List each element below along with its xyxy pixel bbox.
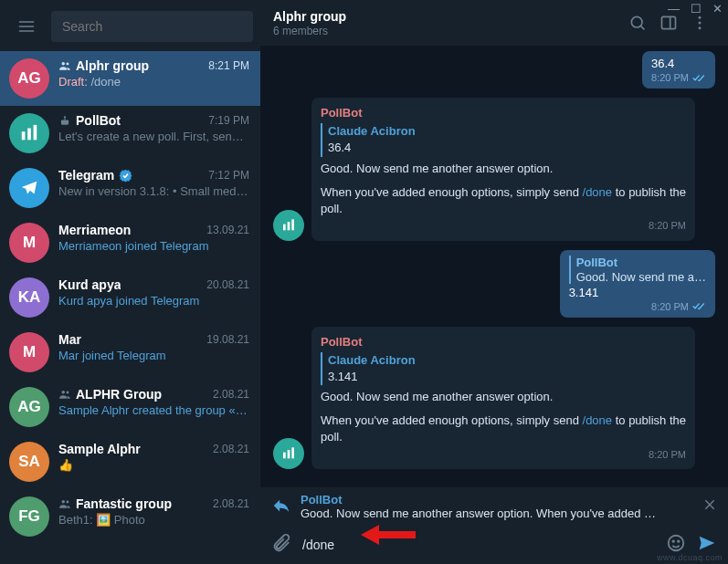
chat-time: 7:19 PM (208, 114, 249, 127)
reply-target-name: PollBot (301, 493, 693, 507)
avatar: AG (9, 387, 49, 427)
avatar: KA (9, 277, 49, 318)
chat-preview: Merriameon joined Telegram (58, 239, 249, 253)
sender-name: PollBot (321, 105, 686, 121)
svg-point-3 (64, 116, 66, 118)
chat-name: Telegram (58, 168, 132, 183)
chat-item[interactable]: PollBot7:19 PMLet's create a new poll. F… (0, 106, 260, 161)
close-reply-button[interactable] (702, 497, 717, 516)
svg-rect-17 (291, 447, 294, 458)
message-text: 36.4 (651, 57, 674, 70)
svg-point-20 (678, 540, 679, 541)
chat-preview: Let's create a new poll. First, send… (58, 130, 249, 143)
svg-rect-4 (61, 120, 69, 124)
attach-button[interactable] (271, 533, 291, 557)
chat-preview: 👍 (58, 458, 249, 472)
svg-rect-12 (283, 224, 286, 230)
chat-item[interactable]: AGAlphr group8:21 PMDraft: /done (0, 51, 260, 106)
chat-list: AGAlphr group8:21 PMDraft: /donePollBot7… (0, 51, 260, 564)
chat-time: 20.08.21 (206, 278, 249, 291)
read-check-icon (692, 73, 706, 83)
chat-main: Alphr group 6 members 36.4 8:20 PM PollB… (260, 0, 728, 564)
svg-rect-0 (22, 131, 26, 140)
chat-preview: Draft: /done (58, 75, 249, 89)
avatar (9, 168, 49, 208)
message-text: When you've added enough options, simply… (321, 413, 686, 445)
window-minimize[interactable]: — (668, 2, 680, 16)
reply-quote[interactable]: Claude Acibron 3.141 (321, 352, 686, 385)
svg-point-6 (66, 121, 67, 122)
outgoing-message[interactable]: PollBot Good. Now send me a… 3.141 8:20 … (560, 250, 715, 318)
message-time: 8:20 PM (651, 301, 689, 312)
avatar: M (9, 332, 49, 372)
chat-time: 13.09.21 (206, 224, 249, 236)
quote-author: PollBot (576, 256, 706, 269)
quote-text: 36.4 (328, 141, 351, 154)
bot-avatar[interactable] (273, 210, 304, 241)
svg-point-9 (699, 16, 702, 19)
chat-name: Mar (58, 332, 81, 347)
reply-quote[interactable]: PollBot Good. Now send me a… (569, 256, 706, 284)
avatar: M (9, 223, 49, 263)
message-text: Good. Now send me another answer option. (321, 389, 686, 405)
svg-rect-16 (288, 450, 290, 458)
chat-item[interactable]: AGALPHR Group2.08.21Sample Alphr created… (0, 380, 260, 434)
message-time: 8:20 PM (321, 219, 686, 233)
avatar: SA (9, 442, 49, 482)
chat-item[interactable]: FGFantastic group2.08.21Beth1: 🖼️ Photo (0, 489, 260, 544)
chat-item[interactable]: MMar19.08.21Mar joined Telegram (0, 325, 260, 380)
svg-rect-13 (288, 222, 290, 230)
svg-rect-15 (283, 453, 286, 459)
message-input[interactable] (302, 538, 655, 552)
chat-preview: Mar joined Telegram (58, 349, 249, 362)
quote-text: 3.141 (328, 370, 358, 383)
reply-icon (271, 496, 291, 517)
message-text: When you've added enough options, simply… (321, 184, 686, 217)
outgoing-message[interactable]: 36.4 8:20 PM (642, 51, 715, 89)
chat-item[interactable]: KAKurd apya20.08.21Kurd apya joined Tele… (0, 270, 260, 325)
window-close[interactable]: ✕ (712, 2, 723, 16)
verified-icon (119, 169, 132, 183)
reply-quote[interactable]: Claude Acibron 36.4 (321, 123, 686, 156)
incoming-message[interactable]: PollBot Claude Acibron 3.141 Good. Now s… (311, 327, 695, 470)
avatar: AG (9, 58, 49, 99)
chat-time: 2.08.21 (213, 388, 249, 401)
incoming-message[interactable]: PollBot Claude Acibron 36.4 Good. Now se… (311, 98, 695, 241)
watermark: www.dcuaq.com (657, 553, 723, 562)
window-maximize[interactable]: ☐ (691, 2, 702, 16)
svg-rect-2 (34, 125, 37, 141)
command-link[interactable]: /done (583, 185, 613, 199)
chat-item[interactable]: SASample Alphr2.08.21👍 (0, 434, 260, 489)
message-time: 8:20 PM (651, 72, 689, 83)
message-list: 36.4 8:20 PM PollBot Claude Acibron 36.4… (260, 46, 728, 486)
search-icon[interactable] (622, 7, 653, 38)
chat-name: Merriameon (58, 223, 131, 237)
command-link[interactable]: /done (583, 413, 613, 427)
bot-avatar[interactable] (273, 438, 304, 469)
sidebar: AGAlphr group8:21 PMDraft: /donePollBot7… (0, 0, 260, 564)
chat-name: Kurd apya (58, 277, 121, 292)
chat-preview: New in version 3.1.8: • Small med… (58, 184, 249, 198)
chat-name: PollBot (58, 113, 121, 128)
quote-text: Good. Now send me a… (576, 270, 706, 284)
menu-button[interactable] (9, 11, 44, 42)
quote-author: Claude Acibron (328, 352, 686, 369)
chat-name: Fantastic group (58, 496, 172, 511)
quote-author: Claude Acibron (328, 123, 686, 140)
chat-time: 8:21 PM (208, 59, 249, 72)
svg-rect-8 (662, 16, 676, 28)
search-box[interactable] (51, 11, 253, 42)
avatar: FG (9, 496, 49, 537)
chat-item[interactable]: Telegram7:12 PMNew in version 3.1.8: • S… (0, 161, 260, 215)
search-input[interactable] (62, 19, 242, 34)
svg-point-10 (699, 22, 702, 25)
chat-time: 7:12 PM (208, 169, 249, 182)
svg-point-7 (631, 16, 642, 27)
svg-rect-14 (291, 219, 294, 230)
svg-rect-1 (27, 129, 31, 141)
chat-name: Sample Alphr (58, 442, 141, 456)
chat-item[interactable]: MMerriameon13.09.21Merriameon joined Tel… (0, 215, 260, 270)
chat-header[interactable]: Alphr group 6 members (260, 0, 728, 46)
reply-bar: PollBot Good. Now send me another answer… (260, 486, 728, 526)
avatar (9, 113, 49, 153)
